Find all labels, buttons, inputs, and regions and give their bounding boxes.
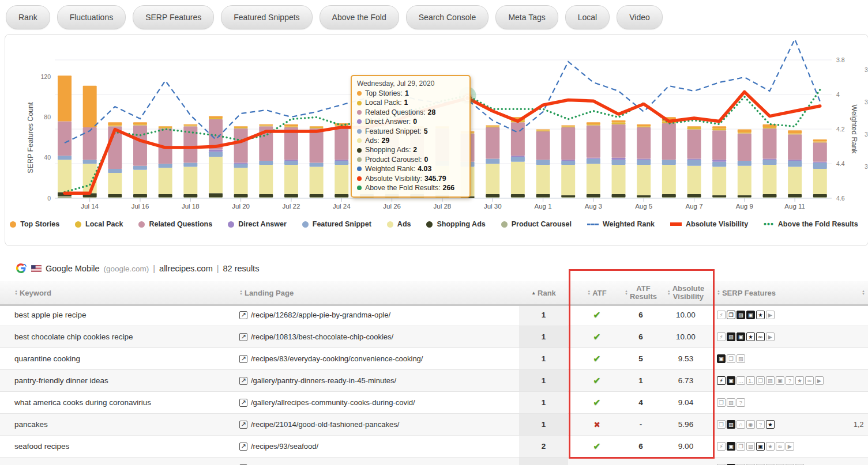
legend-related-questions[interactable]: Related Questions — [138, 220, 212, 228]
left-axis-tick: 80 — [44, 114, 51, 120]
bar-seg-featured-snippet — [712, 162, 726, 167]
col-header-rank[interactable]: ▲Rank — [519, 281, 568, 304]
bar-seg-top-stories — [612, 120, 626, 123]
keyword-cell: what america cooks during coronavirius — [14, 392, 151, 413]
bar-seg-direct-answer — [637, 158, 651, 160]
bar-seg-local-pack — [486, 126, 499, 127]
image-icon: ▨ — [746, 442, 755, 451]
tab-featured-snippets[interactable]: Featured Snippets — [221, 5, 312, 29]
tab-meta-tags[interactable]: Meta Tags — [495, 5, 558, 29]
bar-seg-local-pack — [108, 125, 122, 126]
landing-page-path: /recipe/21014/good-old-fashioned-pancake… — [251, 420, 399, 429]
bar-seg-product-carousel — [813, 197, 827, 198]
sort-icon[interactable]: ▲ — [531, 290, 536, 296]
bar-seg-ads — [738, 166, 751, 195]
rank-cell: 1 — [519, 326, 568, 347]
legend-ads[interactable]: Ads — [387, 220, 411, 228]
legend-absolute-visibility[interactable]: Absolute Visibility — [670, 220, 748, 228]
bar-seg-local-pack — [159, 127, 172, 128]
tooltip-date: Wednesday, Jul 29, 2020 — [357, 80, 464, 88]
tooltip-label: Related Questions: — [365, 108, 426, 117]
landing-page-link[interactable]: ↗/recipes/96/salad/ — [239, 458, 310, 465]
landing-page-path: /gallery/allrecipes-community-cooks-duri… — [251, 398, 415, 407]
atf-results-cell: - — [621, 414, 661, 435]
tab-local[interactable]: Local — [565, 5, 610, 29]
legend-weighted-rank[interactable]: Weighted Rank — [587, 220, 655, 228]
bar-seg-local-pack — [234, 127, 248, 128]
tab-video[interactable]: Video — [617, 5, 663, 29]
bar-seg-local-pack — [687, 127, 701, 130]
landing-page-link[interactable]: ↗/recipe/21014/good-old-fashioned-pancak… — [239, 414, 399, 435]
legend-featured-snippet[interactable]: Featured Snippet — [302, 220, 371, 228]
bar-seg-top-stories — [788, 130, 802, 133]
bar-seg-product-carousel — [612, 197, 626, 198]
col-header-keyword[interactable]: ▲▼Keyword — [14, 281, 51, 304]
bar-seg-top-stories — [687, 126, 701, 127]
keyword-cell: best apple pie recipe — [14, 304, 87, 326]
col-header-atf[interactable]: ▲▼ATF — [569, 281, 625, 304]
x-tick-label: Jul 24 — [333, 203, 351, 210]
tooltip-value: 2 — [413, 145, 417, 154]
sort-icon[interactable]: ▲▼ — [717, 290, 720, 296]
bar-seg-ads — [687, 166, 701, 194]
col-header-clipped[interactable]: ▲▼ — [862, 281, 865, 304]
tab-serp-features[interactable]: SERP Features — [133, 5, 214, 29]
legend-top-stories[interactable]: Top Stories — [10, 220, 59, 228]
tab-search-console[interactable]: Search Console — [406, 5, 489, 29]
sort-icon[interactable]: ▲▼ — [862, 290, 865, 296]
external-link-icon: ↗ — [239, 333, 247, 341]
tab-fluctuations[interactable]: Fluctuations — [57, 5, 126, 29]
bar-seg-related-questions — [511, 122, 525, 156]
table-row: pancakes↗/recipe/21014/good-old-fashione… — [0, 414, 868, 436]
atf-cell: ✖ — [569, 414, 625, 435]
landing-page-link[interactable]: ↗/recipe/12682/apple-pie-by-grandma-ople… — [239, 304, 390, 326]
bar-seg-top-stories — [58, 75, 72, 121]
bar-seg-top-stories — [284, 124, 298, 127]
bar-seg-featured-snippet — [486, 158, 499, 164]
legend-direct-answer[interactable]: Direct Answer — [228, 220, 287, 228]
legend-product-carousel[interactable]: Product Carousel — [501, 220, 572, 228]
right-axis-tick: 4 — [836, 91, 840, 98]
tab-rank[interactable]: Rank — [6, 5, 50, 29]
sort-icon[interactable]: ▲▼ — [14, 290, 18, 296]
bar-seg-featured-snippet — [738, 161, 751, 166]
sort-icon[interactable]: ▲▼ — [667, 290, 671, 296]
bar-seg-related-questions — [58, 121, 72, 156]
legend-local-pack[interactable]: Local Pack — [75, 220, 123, 228]
bar-seg-related-questions — [133, 125, 147, 165]
bar-seg-shopping-ads — [762, 194, 776, 197]
rank-cell: 1 — [519, 348, 568, 369]
sort-icon[interactable]: ▲▼ — [625, 290, 628, 296]
x-tick-label: Jul 14 — [81, 203, 99, 210]
absolute-visibility-cell: 10.00 — [662, 304, 709, 326]
chart-legend: Top StoriesLocal PackRelated QuestionsDi… — [0, 220, 868, 228]
external-link-icon: ↗ — [239, 311, 247, 319]
bar-seg-top-stories — [587, 122, 600, 124]
bar-seg-direct-answer — [209, 150, 223, 152]
col-header-atf-results[interactable]: ▲▼ATFResults — [621, 281, 661, 304]
bar-seg-featured-snippet — [108, 169, 122, 173]
tooltip-row-weighted-rank: Weighted Rank:4.03 — [357, 164, 464, 173]
landing-page-link[interactable]: ↗/gallery/pantry-dinners-ready-in-45-min… — [239, 370, 396, 391]
tooltip-row-featured-snippet: Featured Snippet:5 — [357, 127, 464, 136]
legend-shopping-ads[interactable]: Shopping Ads — [426, 220, 485, 228]
landing-page-path: /recipes/93/seafood/ — [251, 442, 318, 451]
keyword-cell: quarantine cooking — [14, 348, 80, 369]
bar-seg-shopping-ads — [310, 194, 324, 197]
legend-above-the-fold-results[interactable]: •••Above the Fold Results — [764, 220, 858, 228]
landing-page-link[interactable]: ↗/recipe/10813/best-chocolate-chip-cooki… — [239, 326, 393, 347]
landing-page-link[interactable]: ↗/gallery/allrecipes-community-cooks-dur… — [239, 392, 415, 413]
col-header-serp-features[interactable]: ▲▼SERP Features — [717, 281, 776, 304]
landing-page-link[interactable]: ↗/recipes/93/seafood/ — [239, 436, 318, 457]
link-icon: ∞ — [756, 332, 765, 341]
atf-cell: ✔ — [569, 370, 625, 391]
image-icon: ▨ — [727, 398, 735, 407]
sort-icon[interactable]: ▲▼ — [587, 290, 591, 296]
col-header-landing-page[interactable]: ▲▼Landing Page — [239, 281, 294, 304]
bar-seg-ads — [234, 168, 248, 194]
sort-icon[interactable]: ▲▼ — [239, 290, 243, 296]
landing-page-link[interactable]: ↗/recipes/83/everyday-cooking/convenienc… — [239, 348, 423, 369]
col-header-absolute-visibility[interactable]: ▲▼AbsoluteVisibility — [661, 281, 711, 304]
table-row: best apple pie recipe↗/recipe/12682/appl… — [0, 304, 868, 326]
tab-above-the-fold[interactable]: Above the Fold — [320, 5, 399, 29]
